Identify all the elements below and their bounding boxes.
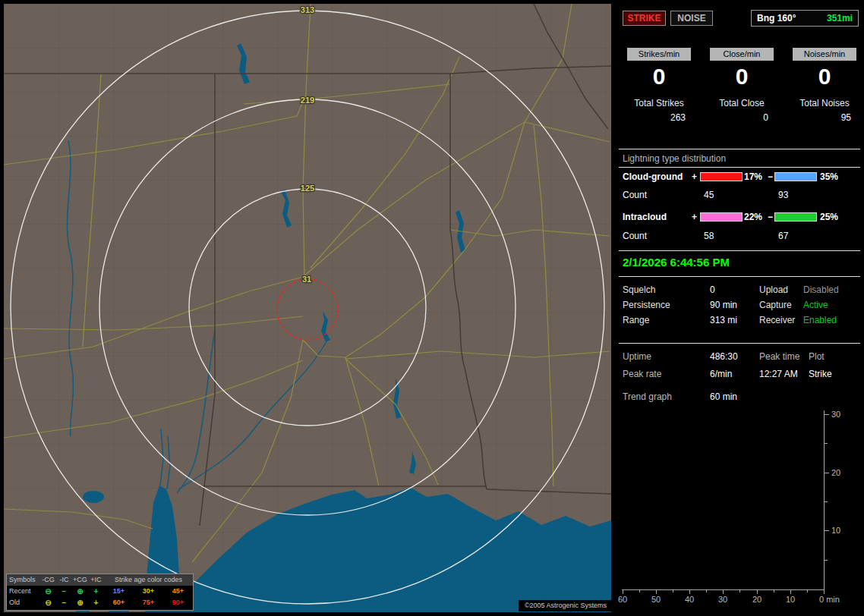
- peak-time-label: Peak time: [759, 351, 799, 362]
- range-ring-label: 313: [301, 5, 314, 14]
- x-axis-tick-label: 60: [614, 595, 631, 604]
- squelch-label: Squelch: [623, 284, 655, 295]
- close-per-min-value: 0: [704, 64, 780, 90]
- plus-sign: +: [692, 212, 697, 222]
- cg-count-label: Count: [623, 190, 647, 200]
- noises-per-min-badge: Noises/min: [793, 48, 856, 61]
- close-per-min-badge: Close/min: [710, 48, 774, 61]
- neg-ic-symbol-icon: −: [56, 586, 72, 597]
- minus-sign: −: [768, 171, 773, 182]
- map-graphics: 313 219 125 31: [4, 4, 611, 612]
- age-code: 60+: [104, 597, 134, 608]
- bearing-readout: Bng 160° 351mi: [751, 10, 859, 27]
- total-noises-value: 95: [787, 112, 862, 123]
- pos-ic-symbol-icon: +: [88, 586, 104, 597]
- range-label: Range: [623, 315, 649, 325]
- section-divider: [619, 250, 860, 251]
- noise-mode-button[interactable]: NOISE: [670, 11, 713, 26]
- x-axis-tick-label: 50: [648, 595, 664, 604]
- legend-old-label: Old: [7, 597, 40, 608]
- total-noises-label: Total Noises: [787, 98, 862, 108]
- x-axis-tick-label: 20: [749, 595, 765, 604]
- control-panel: STRIKE NOISE Bng 160° 351mi Strikes/min …: [616, 0, 864, 616]
- minus-sign: −: [768, 212, 773, 222]
- upload-status: Disabled: [803, 284, 839, 295]
- pos-ic-symbol-icon: +: [88, 597, 104, 608]
- legend-type-header: +CG: [72, 574, 88, 586]
- age-code: 45+: [163, 586, 193, 597]
- peak-rate-value: 6/min: [710, 369, 732, 379]
- cg-positive-count: 45: [704, 190, 714, 200]
- peak-time-value: 12:27 AM: [759, 369, 798, 379]
- section-divider: [619, 343, 860, 344]
- persistence-label: Persistence: [623, 300, 670, 310]
- range-ring-label: 31: [302, 275, 311, 284]
- squelch-value: 0: [710, 284, 715, 295]
- age-code: 75+: [134, 597, 163, 608]
- strike-legend: Symbols -CG -IC +CG +IC Strike age color…: [6, 574, 194, 611]
- datetime-display: 2/1/2026 6:44:56 PM: [623, 256, 730, 269]
- persistence-value: 90 min: [710, 300, 737, 310]
- trend-graph-window: 60 min: [710, 391, 737, 402]
- strikes-per-min-value: 0: [621, 64, 697, 90]
- cg-negative-bar: [774, 172, 817, 181]
- legend-recent-label: Recent: [7, 586, 40, 597]
- neg-cg-symbol-icon: ⊖: [40, 597, 56, 608]
- bearing-range-value: 351mi: [827, 13, 853, 24]
- plot-value: Strike: [809, 369, 832, 379]
- x-axis-tick-label: 30: [714, 595, 731, 604]
- nexstorm-window: 313 219 125 31 Symbols -CG -IC +CG +IC S…: [0, 0, 864, 616]
- legend-age-header: Strike age color codes: [104, 574, 193, 586]
- y-axis-tick-label: 10: [831, 526, 851, 536]
- x-axis-end-label: 0 min: [819, 595, 840, 604]
- strikes-per-min-badge: Strikes/min: [627, 48, 691, 61]
- ic-positive-bar: [700, 212, 743, 222]
- legend-type-header: +IC: [88, 574, 104, 586]
- range-ring-label: 219: [301, 96, 314, 105]
- capture-status: Active: [803, 300, 828, 310]
- ic-negative-count: 67: [778, 231, 788, 241]
- title-underline: [619, 167, 860, 168]
- legend-type-header: -CG: [40, 574, 56, 586]
- cg-negative-pct: 35%: [820, 171, 838, 182]
- legend-type-header: -IC: [56, 574, 72, 586]
- range-ring-label: 125: [301, 184, 314, 193]
- strike-mode-button[interactable]: STRIKE: [623, 11, 666, 26]
- total-close-label: Total Close: [704, 98, 780, 108]
- lightning-map[interactable]: 313 219 125 31 Symbols -CG -IC +CG +IC S…: [4, 4, 611, 612]
- capture-label: Capture: [759, 300, 792, 310]
- ic-positive-count: 58: [704, 231, 714, 241]
- pos-cg-symbol-icon: ⊕: [72, 597, 88, 608]
- cg-negative-count: 93: [778, 190, 788, 200]
- plus-sign: +: [692, 171, 697, 182]
- section-divider: [619, 276, 860, 277]
- pos-cg-symbol-icon: ⊕: [72, 586, 88, 597]
- peak-rate-label: Peak rate: [623, 369, 661, 379]
- ic-negative-bar: [774, 212, 817, 222]
- distribution-title: Lightning type distribution: [623, 153, 726, 164]
- age-code: 90+: [163, 597, 193, 608]
- range-value: 313 mi: [710, 315, 737, 325]
- age-code: 30+: [134, 586, 163, 597]
- receiver-label: Receiver: [759, 315, 795, 325]
- upload-label: Upload: [759, 284, 788, 295]
- ic-count-label: Count: [623, 231, 647, 241]
- y-axis-tick-label: 20: [831, 468, 851, 478]
- trend-graph-label: Trend graph: [623, 391, 672, 402]
- neg-ic-symbol-icon: −: [56, 597, 72, 608]
- x-axis-tick-label: 40: [681, 595, 698, 604]
- neg-cg-symbol-icon: ⊖: [40, 586, 56, 597]
- uptime-value: 486:30: [710, 351, 738, 362]
- ic-positive-pct: 22%: [744, 212, 762, 222]
- total-strikes-label: Total Strikes: [621, 98, 697, 108]
- y-axis-tick-label: 30: [831, 410, 851, 420]
- section-divider: [619, 149, 860, 149]
- trend-graph: [616, 408, 864, 607]
- uptime-label: Uptime: [623, 351, 651, 362]
- total-close-value: 0: [704, 112, 780, 123]
- total-strikes-value: 263: [621, 112, 697, 123]
- legend-symbols-header: Symbols: [7, 574, 40, 586]
- cg-positive-pct: 17%: [744, 171, 762, 182]
- intracloud-label: Intracloud: [623, 212, 667, 222]
- bearing-label: Bng 160°: [757, 13, 796, 24]
